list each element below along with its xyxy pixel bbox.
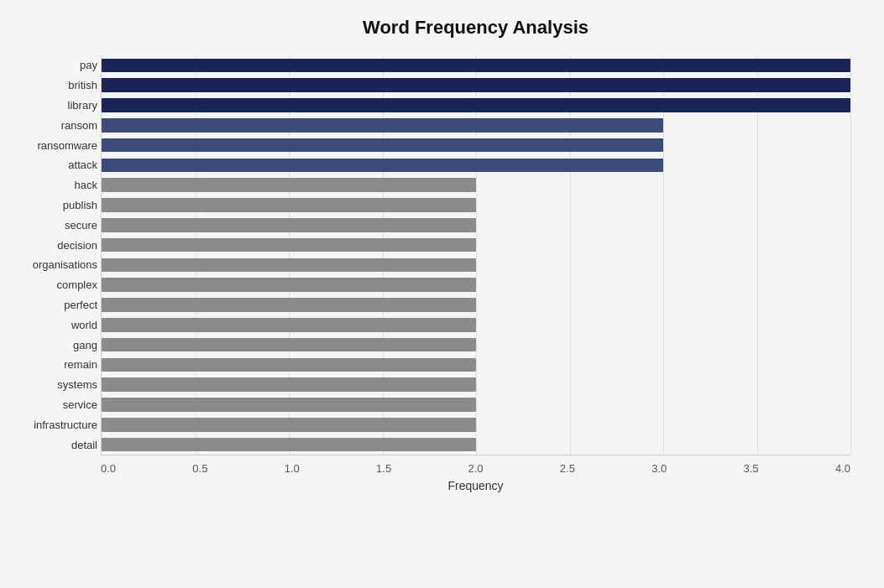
bar-label: publish (5, 199, 97, 211)
bar (102, 98, 850, 112)
bar-row: pay (102, 55, 850, 75)
bar (102, 178, 476, 192)
bar-label: secure (5, 219, 97, 232)
bar (102, 218, 476, 232)
bar (102, 78, 850, 92)
bar-label: ransomware (5, 139, 97, 152)
x-tick: 2.0 (468, 462, 483, 475)
bar-label: british (5, 79, 97, 91)
bar-row: gang (102, 335, 850, 355)
bar-row: publish (102, 195, 850, 216)
bar-label: hack (5, 179, 97, 191)
bar (102, 118, 663, 133)
bar (102, 377, 476, 392)
bar-label: remain (5, 358, 97, 371)
bar (102, 358, 476, 372)
bar-label: complex (5, 278, 97, 291)
bar-label: organisations (5, 258, 97, 271)
bar (102, 59, 850, 73)
bar-label: attack (5, 159, 97, 171)
bar-label: gang (5, 339, 97, 351)
x-tick: 2.5 (560, 462, 575, 475)
bar-row: service (102, 395, 850, 415)
bar-row: ransom (102, 115, 850, 135)
x-tick: 3.0 (651, 462, 667, 475)
bar (102, 438, 476, 452)
bar-label: perfect (5, 299, 97, 311)
bar (102, 138, 663, 153)
bar-row: ransomware (102, 135, 850, 155)
x-tick: 1.0 (285, 462, 300, 475)
bar-label: ransom (5, 119, 97, 132)
x-tick: 4.0 (835, 462, 850, 475)
grid-line (850, 55, 851, 455)
bar-row: british (102, 75, 850, 96)
bar (102, 258, 476, 273)
bar-row: perfect (102, 295, 850, 315)
x-tick: 0.5 (192, 462, 207, 475)
bars-wrapper: paybritishlibraryransomransomwareattackh… (101, 55, 850, 455)
bar-row: world (102, 315, 850, 335)
bar-label: infrastructure (5, 419, 97, 431)
bar-row: complex (102, 275, 850, 295)
bar (102, 159, 663, 173)
chart-area: paybritishlibraryransomransomwareattackh… (101, 55, 850, 492)
bar (102, 418, 476, 432)
bar-label: systems (5, 378, 97, 391)
bar-row: remain (102, 355, 850, 375)
x-axis: 0.00.51.01.52.02.53.03.54.0 (101, 462, 850, 475)
bar-label: decision (5, 239, 97, 252)
x-tick: 3.5 (744, 462, 759, 475)
bar-row: infrastructure (102, 414, 850, 434)
bar (102, 278, 476, 292)
x-tick: 0.0 (101, 462, 116, 475)
bar-row: hack (102, 175, 850, 195)
bar (102, 238, 476, 252)
bar-label: library (5, 99, 97, 112)
chart-container: Word Frequency Analysis paybritishlibrar… (0, 0, 884, 588)
bar-row: detail (102, 434, 850, 455)
x-tick: 1.5 (376, 462, 391, 475)
bar-label: pay (5, 59, 97, 71)
bar-row: decision (102, 235, 850, 255)
bar-row: library (102, 96, 850, 116)
chart-title: Word Frequency Analysis (101, 17, 850, 39)
bar-row: systems (102, 375, 850, 395)
bar (102, 338, 476, 352)
bar-row: organisations (102, 255, 850, 275)
bar-row: attack (102, 155, 850, 175)
bar-label: world (5, 319, 97, 331)
bar (102, 298, 476, 312)
bar (102, 318, 476, 332)
bar-row: secure (102, 215, 850, 235)
bar (102, 198, 476, 212)
x-axis-label: Frequency (101, 479, 850, 492)
bar-label: detail (5, 439, 97, 451)
bar-label: service (5, 398, 97, 411)
bar (102, 398, 476, 412)
